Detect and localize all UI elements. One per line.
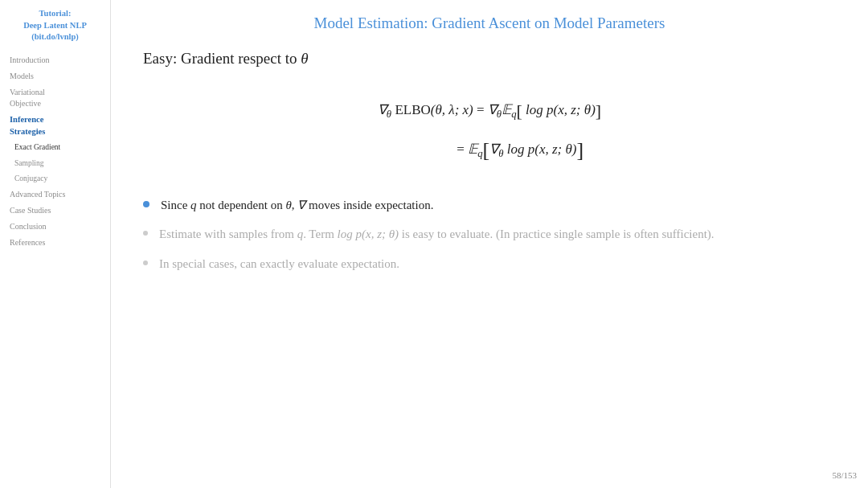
sidebar-item-inference-strategies[interactable]: InferenceStrategies xyxy=(6,113,104,139)
sidebar-item-introduction[interactable]: Introduction xyxy=(6,53,104,68)
easy-label: Easy: Gradient respect to θ xyxy=(143,50,836,68)
slide-title: Model Estimation: Gradient Ascent on Mod… xyxy=(143,14,836,32)
bullet-text-estimate: Estimate with samples from q. Term log p… xyxy=(159,225,714,244)
slide-content: Model Estimation: Gradient Ascent on Mod… xyxy=(111,0,868,488)
math-block: ∇θ ELBO(θ, λ; x) = ∇θ𝔼q[ log p(x, z; θ)]… xyxy=(143,92,836,174)
sidebar-item-case-studies[interactable]: Case Studies xyxy=(6,203,104,218)
theta-symbol: θ xyxy=(301,50,308,67)
bullet-item-estimate: Estimate with samples from q. Term log p… xyxy=(143,225,836,244)
sidebar-item-models[interactable]: Models xyxy=(6,69,104,84)
bullet-item-special: In special cases, can exactly evaluate e… xyxy=(143,255,836,273)
bullet-dot-special xyxy=(143,260,148,265)
bullet-text-main: Since q not dependent on θ, ∇ moves insi… xyxy=(161,196,433,215)
sidebar-item-advanced-topics[interactable]: Advanced Topics xyxy=(6,187,104,202)
bullet-text-special: In special cases, can exactly evaluate e… xyxy=(159,255,399,273)
math-line-1: ∇θ ELBO(θ, λ; x) = ∇θ𝔼q[ log p(x, z; θ)] xyxy=(143,92,836,130)
bullet-item-main: Since q not dependent on θ, ∇ moves insi… xyxy=(143,196,836,215)
sidebar-item-exact-gradient[interactable]: Exact Gradient xyxy=(6,141,104,154)
sidebar-item-conclusion[interactable]: Conclusion xyxy=(6,219,104,234)
sidebar-item-sampling[interactable]: Sampling xyxy=(6,157,104,170)
bullet-dot-main xyxy=(143,201,149,207)
sidebar: Tutorial:Deep Latent NLP(bit.do/lvnlp) I… xyxy=(0,0,111,488)
sidebar-item-conjugacy[interactable]: Conjugacy xyxy=(6,172,104,186)
sidebar-item-references[interactable]: References xyxy=(6,236,104,250)
bullet-list: Since q not dependent on θ, ∇ moves insi… xyxy=(143,196,836,285)
sidebar-title: Tutorial:Deep Latent NLP(bit.do/lvnlp) xyxy=(6,8,104,43)
bullet-dot-estimate xyxy=(143,231,148,236)
sidebar-item-variational-objective[interactable]: VariationalObjective xyxy=(6,85,104,111)
math-line-2: = 𝔼q[∇θ log p(x, z; θ)] xyxy=(143,127,836,173)
slide-number: 58/153 xyxy=(832,470,857,480)
